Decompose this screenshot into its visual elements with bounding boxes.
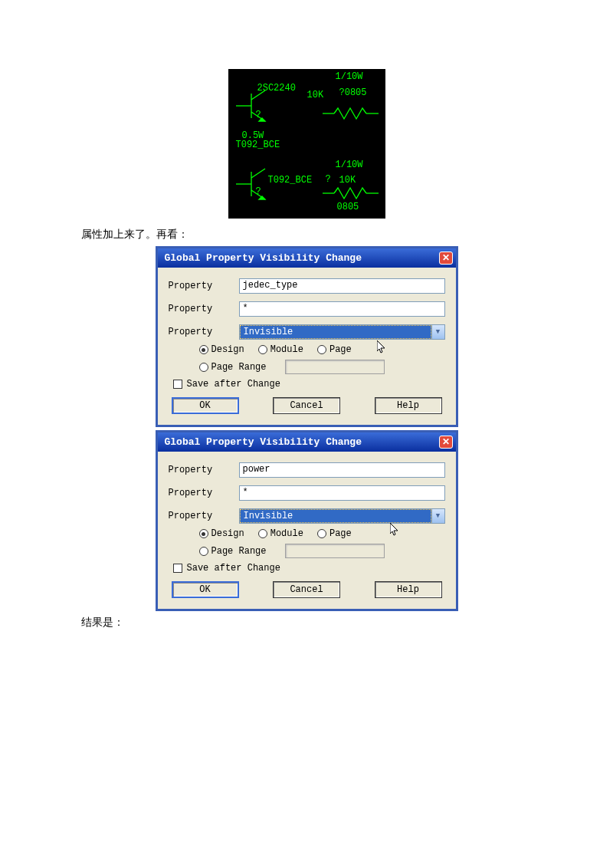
sch-label: T092_BCE	[236, 140, 280, 150]
caption-1: 属性加上来了。再看：	[81, 228, 613, 242]
radio-module[interactable]	[258, 345, 267, 354]
radio-page[interactable]	[317, 529, 326, 538]
sch-label: 1/10W	[336, 71, 363, 82]
save-after-label: Save after Change	[187, 379, 280, 390]
sch-label: ?0805	[339, 87, 367, 98]
radio-page-range-label: Page Range	[211, 546, 267, 557]
radio-page-label: Page	[329, 344, 352, 355]
radio-page-range-label: Page Range	[211, 362, 267, 373]
page-range-input[interactable]	[285, 360, 385, 374]
property-visibility-label: Property	[169, 511, 239, 521]
dialog-titlebar: Global Property Visibility Change ✕	[158, 432, 456, 452]
dialog-titlebar: Global Property Visibility Change ✕	[158, 248, 456, 268]
visibility-select[interactable]: Invisible ▼	[239, 508, 445, 524]
ok-button[interactable]: OK	[172, 397, 239, 414]
radio-page-label: Page	[329, 528, 352, 539]
svg-line-9	[251, 169, 265, 178]
property-name-input[interactable]: jedec_type	[239, 278, 445, 294]
save-after-checkbox[interactable]	[173, 564, 182, 573]
visibility-value: Invisible	[240, 509, 431, 523]
ok-button[interactable]: OK	[172, 581, 239, 598]
sch-label: T092_BCE	[268, 175, 313, 186]
radio-page-range[interactable]	[199, 547, 208, 556]
schematic-preview: 1/10W 2SC2240 10K ?0805 ? 0.5W T092_BCE …	[228, 69, 385, 219]
sch-label: 2SC2240	[257, 83, 296, 94]
property-label: Property	[169, 465, 239, 475]
radio-module-label: Module	[270, 344, 303, 355]
close-button[interactable]: ✕	[439, 436, 453, 449]
close-button[interactable]: ✕	[439, 252, 453, 265]
dialog-1: Global Property Visibility Change ✕ Prop…	[156, 246, 458, 427]
radio-module[interactable]	[258, 529, 267, 538]
save-after-label: Save after Change	[187, 563, 280, 574]
property-label: Property	[169, 488, 239, 498]
save-after-checkbox[interactable]	[173, 380, 182, 389]
radio-module-label: Module	[270, 528, 303, 539]
radio-design-label: Design	[211, 528, 244, 539]
caption-2: 结果是：	[81, 616, 613, 630]
sch-label: 10K	[339, 175, 356, 186]
cancel-button[interactable]: Cancel	[273, 397, 340, 414]
visibility-value: Invisible	[240, 325, 431, 339]
property-visibility-label: Property	[169, 327, 239, 337]
property-value-input[interactable]: *	[239, 301, 445, 317]
page-range-input[interactable]	[285, 544, 385, 558]
cancel-button[interactable]: Cancel	[273, 581, 340, 598]
radio-design[interactable]	[199, 529, 208, 538]
property-value-input[interactable]: *	[239, 485, 445, 501]
property-label: Property	[169, 281, 239, 291]
dialog-title-text: Global Property Visibility Change	[165, 436, 362, 448]
help-button[interactable]: Help	[375, 397, 442, 414]
sch-label: 10K	[307, 90, 324, 100]
sch-label: 0805	[337, 202, 359, 212]
sch-label: 1/10W	[336, 159, 363, 170]
sch-label: ?	[256, 186, 261, 197]
help-button[interactable]: Help	[375, 581, 442, 598]
property-label: Property	[169, 304, 239, 314]
radio-page[interactable]	[317, 345, 326, 354]
radio-page-range[interactable]	[199, 363, 208, 372]
visibility-select[interactable]: Invisible ▼	[239, 324, 445, 340]
dialog-2: Global Property Visibility Change ✕ Prop…	[156, 430, 458, 611]
radio-design-label: Design	[211, 344, 244, 355]
sch-label: ?	[256, 110, 261, 120]
sch-label: ?	[326, 174, 331, 185]
chevron-down-icon: ▼	[431, 509, 444, 523]
chevron-down-icon: ▼	[431, 325, 444, 339]
radio-design[interactable]	[199, 345, 208, 354]
dialog-title-text: Global Property Visibility Change	[165, 252, 362, 264]
property-name-input[interactable]: power	[239, 462, 445, 478]
